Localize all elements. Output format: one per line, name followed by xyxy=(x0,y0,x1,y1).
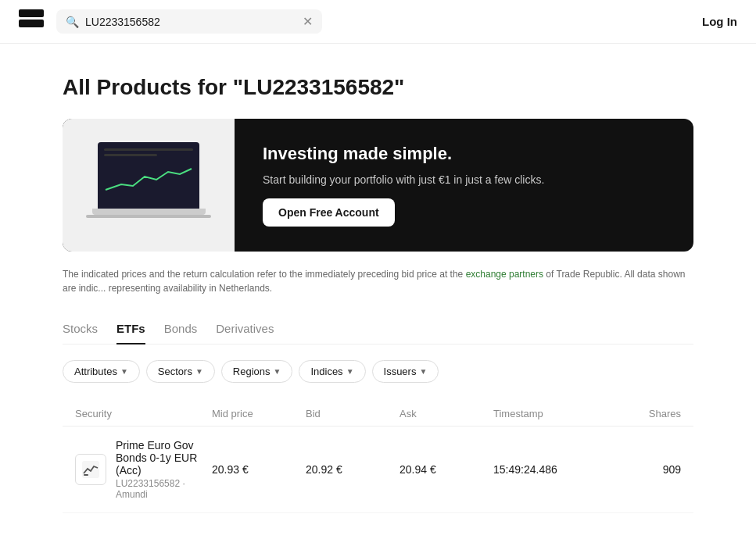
security-name: Prime Euro Gov Bonds 0-1y EUR (Acc) xyxy=(116,439,212,477)
col-shares: Shares xyxy=(618,408,681,419)
col-security: Security xyxy=(75,408,212,419)
security-info: Prime Euro Gov Bonds 0-1y EUR (Acc) LU22… xyxy=(116,439,212,500)
tab-etfs[interactable]: ETFs xyxy=(116,314,145,344)
security-icon xyxy=(75,454,106,485)
tab-derivatives[interactable]: Derivatives xyxy=(216,314,274,344)
filter-regions[interactable]: Regions ▼ xyxy=(221,360,293,383)
bid-cell: 20.92 € xyxy=(306,463,399,476)
filter-issuers[interactable]: Issuers ▼ xyxy=(372,360,439,383)
login-button[interactable]: Log In xyxy=(702,15,737,28)
filter-attributes-label: Attributes xyxy=(74,366,117,377)
filter-bar: Attributes ▼ Sectors ▼ Regions ▼ Indices… xyxy=(63,360,693,383)
mid-price-cell: 20.93 € xyxy=(212,463,306,476)
header-left: 🔍 ✕ xyxy=(19,9,322,34)
filter-issuers-label: Issuers xyxy=(384,366,417,377)
filter-sectors-label: Sectors xyxy=(158,366,192,377)
col-ask: Ask xyxy=(399,408,493,419)
svg-rect-3 xyxy=(84,474,88,476)
chevron-down-icon: ▼ xyxy=(419,367,427,376)
search-input[interactable] xyxy=(85,16,296,28)
col-timestamp: Timestamp xyxy=(493,408,618,419)
svg-rect-1 xyxy=(19,20,44,27)
security-cell: Prime Euro Gov Bonds 0-1y EUR (Acc) LU22… xyxy=(75,439,212,500)
tab-bonds[interactable]: Bonds xyxy=(164,314,198,344)
security-sub: LU2233156582 · Amundi xyxy=(116,478,212,500)
table-row[interactable]: Prime Euro Gov Bonds 0-1y EUR (Acc) LU22… xyxy=(63,427,693,513)
chevron-down-icon: ▼ xyxy=(346,367,354,376)
open-account-button[interactable]: Open Free Account xyxy=(263,198,395,227)
ask-cell: 20.94 € xyxy=(399,463,493,476)
chevron-down-icon: ▼ xyxy=(274,367,281,376)
col-bid: Bid xyxy=(306,408,399,419)
filter-sectors[interactable]: Sectors ▼ xyxy=(146,360,215,383)
banner-image xyxy=(63,119,235,252)
main-content: All Products for "LU2233156582" I xyxy=(0,44,756,539)
category-tabs: Stocks ETFs Bonds Derivatives xyxy=(63,314,693,344)
tab-stocks[interactable]: Stocks xyxy=(63,314,98,344)
chevron-down-icon: ▼ xyxy=(120,367,128,376)
logo-icon xyxy=(19,9,44,34)
banner-subtitle: Start building your portfolio with just … xyxy=(263,173,544,186)
disclaimer: The indicated prices and the return calc… xyxy=(63,267,693,295)
page-title: All Products for "LU2233156582" xyxy=(63,75,693,100)
svg-rect-0 xyxy=(19,9,44,17)
promo-banner: Investing made simple. Start building yo… xyxy=(63,119,693,252)
chevron-down-icon: ▼ xyxy=(195,367,203,376)
banner-content: Investing made simple. Start building yo… xyxy=(235,119,572,252)
search-bar: 🔍 ✕ xyxy=(56,9,322,34)
table-header: Security Mid price Bid Ask Timestamp Sha… xyxy=(63,402,693,427)
exchange-partners-link[interactable]: exchange partners xyxy=(466,269,543,280)
header: 🔍 ✕ Log In xyxy=(0,0,756,44)
search-icon: 🔍 xyxy=(66,16,79,28)
col-mid-price: Mid price xyxy=(212,408,306,419)
filter-indices[interactable]: Indices ▼ xyxy=(299,360,365,383)
filter-regions-label: Regions xyxy=(233,366,271,377)
banner-title: Investing made simple. xyxy=(263,144,544,164)
shares-cell: 909 xyxy=(618,463,681,476)
disclaimer-text-before: The indicated prices and the return calc… xyxy=(63,269,466,280)
clear-icon[interactable]: ✕ xyxy=(303,14,313,29)
filter-attributes[interactable]: Attributes ▼ xyxy=(63,360,140,383)
laptop-illustration xyxy=(86,142,211,228)
filter-indices-label: Indices xyxy=(310,366,342,377)
timestamp-cell: 15:49:24.486 xyxy=(493,463,618,476)
